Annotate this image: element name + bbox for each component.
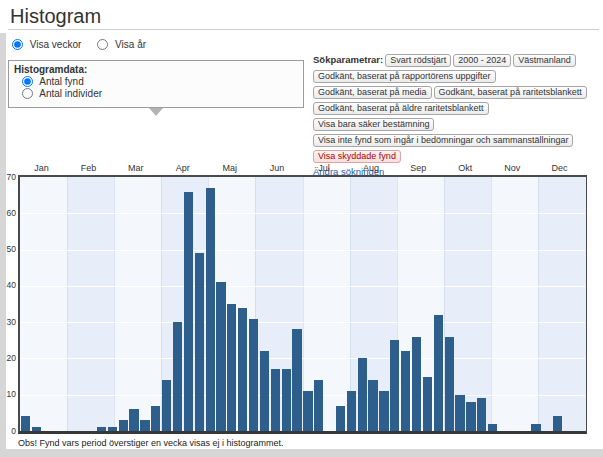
histogram-page: Histogram Visa veckor Visa år Histogramd… — [0, 0, 603, 457]
gridline — [20, 322, 585, 323]
histogram-bar-week-28 — [314, 380, 323, 431]
histogram-bar-week-9 — [108, 427, 117, 431]
x-axis-month-label: Nov — [489, 163, 536, 173]
histogram-bar-week-24 — [271, 369, 280, 431]
histogram-bar-week-1 — [21, 416, 30, 431]
month-band-nov — [491, 177, 539, 431]
histogram-bar-week-16 — [184, 192, 193, 431]
histogram-bar-week-13 — [151, 406, 160, 431]
plot-area — [18, 175, 587, 434]
histogram-bar-week-30 — [336, 406, 345, 431]
histogram-bar-week-35 — [390, 340, 399, 431]
histogram-bar-week-48 — [531, 424, 540, 431]
x-axis-month-label: Dec — [536, 163, 583, 173]
histogram-bar-week-15 — [173, 322, 182, 431]
y-axis-tick-label: 50 — [0, 244, 16, 254]
histogram-bar-week-41 — [455, 395, 464, 431]
histogram-bar-week-22 — [249, 319, 258, 431]
histogram-bar-week-34 — [379, 391, 388, 431]
x-axis-month-label: Okt — [442, 163, 489, 173]
x-axis-month-label: Jul — [301, 163, 348, 173]
histogram-bar-week-8 — [97, 427, 106, 431]
histogram-bar-week-21 — [238, 308, 247, 431]
gridline — [20, 250, 585, 251]
histogram-bar-week-17 — [195, 253, 204, 431]
histogram-bar-week-20 — [227, 304, 236, 431]
x-axis-month-label: Jun — [253, 163, 300, 173]
histogram-bar-week-18 — [206, 188, 215, 431]
histogram-bar-week-43 — [477, 398, 486, 431]
histogram-bar-week-14 — [162, 380, 171, 431]
histogram-bar-week-32 — [358, 358, 367, 431]
histogram-bar-week-39 — [434, 315, 443, 431]
histogram-bar-week-31 — [347, 391, 356, 431]
x-axis-month-label: Jan — [18, 163, 65, 173]
histogram-chart: JanFebMarAprMajJunJulAugSepOktNovDec0102… — [0, 0, 603, 457]
histogram-bar-week-37 — [412, 337, 421, 431]
histogram-bar-week-42 — [466, 402, 475, 431]
x-axis-month-label: Aug — [348, 163, 395, 173]
y-axis-tick-label: 60 — [0, 208, 16, 218]
histogram-bar-week-25 — [282, 369, 291, 431]
histogram-bar-week-2 — [32, 427, 41, 431]
y-axis-tick-label: 0 — [0, 426, 16, 436]
histogram-bar-week-19 — [216, 282, 225, 431]
gridline — [20, 213, 585, 214]
x-axis-month-label: Sep — [395, 163, 442, 173]
histogram-bar-week-40 — [445, 337, 454, 431]
y-axis-tick-label: 70 — [0, 172, 16, 182]
y-axis-tick-label: 10 — [0, 389, 16, 399]
month-band-dec — [538, 177, 586, 431]
histogram-bar-week-44 — [488, 424, 497, 431]
histogram-bar-week-23 — [260, 351, 269, 431]
chart-note: Obs! Fynd vars period överstiger en veck… — [18, 438, 284, 448]
histogram-bar-week-38 — [423, 377, 432, 431]
histogram-bar-week-50 — [553, 416, 562, 431]
x-axis-month-label: Feb — [65, 163, 112, 173]
x-axis-month-label: Mar — [112, 163, 159, 173]
y-axis-tick-label: 20 — [0, 353, 16, 363]
gridline — [20, 358, 585, 359]
y-axis-tick-label: 40 — [0, 280, 16, 290]
x-axis-month-label: Apr — [159, 163, 206, 173]
histogram-bar-week-26 — [292, 329, 301, 431]
histogram-bar-week-11 — [129, 409, 138, 431]
month-band-jan — [20, 177, 67, 431]
histogram-bar-week-33 — [368, 380, 377, 431]
month-band-feb — [67, 177, 115, 431]
x-axis-month-label: Maj — [206, 163, 253, 173]
histogram-bar-week-27 — [303, 391, 312, 431]
histogram-bar-week-12 — [140, 420, 149, 431]
month-band-mar — [114, 177, 162, 431]
histogram-bar-week-10 — [119, 420, 128, 431]
y-axis-tick-label: 30 — [0, 317, 16, 327]
histogram-bar-week-36 — [401, 351, 410, 431]
gridline — [20, 286, 585, 287]
